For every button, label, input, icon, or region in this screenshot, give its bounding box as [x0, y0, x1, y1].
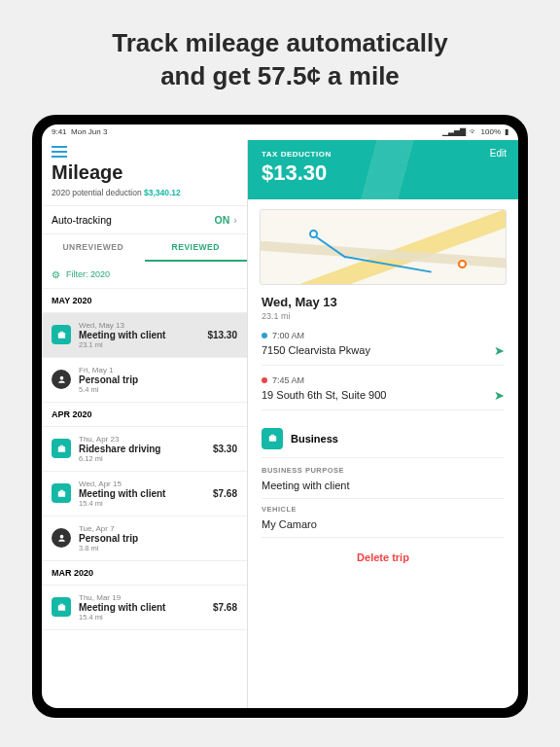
chevron-right-icon: ›	[233, 214, 237, 226]
person-icon	[52, 370, 71, 389]
marketing-headline: Track mileage automatically and get 57.5…	[0, 0, 560, 115]
screen: 9:41 Mon Jun 3 ▁▃▅▇ ᯤ 100% ▮ Mileage 202…	[42, 124, 518, 708]
map-start-icon	[309, 230, 318, 238]
battery-icon: ▮	[505, 127, 508, 136]
menu-button[interactable]	[52, 146, 67, 158]
trip-list-pane: Mileage 2020 potential deduction $3,340.…	[42, 140, 248, 708]
month-header: MAR 2020	[42, 561, 247, 586]
review-tabs: UNREVIEWED REVIEWED	[42, 234, 247, 262]
stop-row: 7:00 AM7150 Clearvista Pkway➤	[262, 331, 505, 366]
stop-dot-icon	[262, 333, 267, 338]
category-row[interactable]: Business	[262, 420, 505, 458]
trip-map[interactable]	[260, 209, 507, 285]
page-title: Mileage	[52, 161, 237, 184]
signal-icon: ▁▃▅▇	[442, 127, 466, 136]
vehicle-label: VEHICLE	[262, 505, 505, 514]
tab-reviewed[interactable]: REVIEWED	[145, 234, 248, 262]
purpose-field[interactable]: Meeting with client	[262, 475, 505, 499]
deduction-amount: $13.30	[262, 160, 505, 186]
briefcase-icon	[52, 439, 71, 458]
stop-dot-icon	[262, 377, 267, 383]
tab-unreviewed[interactable]: UNREVIEWED	[42, 234, 145, 262]
person-icon	[52, 528, 71, 548]
briefcase-icon	[52, 483, 71, 503]
briefcase-icon	[262, 428, 283, 449]
device-frame: 9:41 Mon Jun 3 ▁▃▅▇ ᯤ 100% ▮ Mileage 202…	[32, 115, 528, 718]
briefcase-icon	[52, 597, 71, 617]
potential-deduction: 2020 potential deduction $3,340.12	[42, 188, 247, 205]
wifi-icon: ᯤ	[470, 127, 477, 136]
filter-icon: ⚙	[52, 269, 60, 280]
status-bar: 9:41 Mon Jun 3 ▁▃▅▇ ᯤ 100% ▮	[42, 124, 518, 140]
trip-row[interactable]: Wed, Apr 15Meeting with client15.4 mi$7.…	[42, 472, 247, 516]
vehicle-field[interactable]: My Camaro	[262, 514, 505, 538]
trip-distance: 23.1 mi	[262, 311, 505, 321]
purpose-label: BUSINESS PURPOSE	[262, 466, 505, 475]
stop-row: 7:45 AM19 South 6th St, Suite 900➤	[262, 375, 505, 410]
month-header: APR 2020	[42, 403, 247, 427]
trip-list[interactable]: MAY 2020Wed, May 13Meeting with client23…	[42, 289, 247, 708]
trip-row[interactable]: Wed, May 13Meeting with client23.1 mi$13…	[42, 313, 247, 358]
trip-row[interactable]: Thu, Apr 23Rideshare driving6.12 mi$3.30	[42, 427, 247, 472]
trip-row[interactable]: Thu, Mar 19Meeting with client15.4 mi$7.…	[42, 586, 247, 630]
map-end-icon	[458, 260, 467, 268]
navigate-icon[interactable]: ➤	[494, 343, 505, 358]
month-header: MAY 2020	[42, 289, 247, 313]
filter-row[interactable]: ⚙ Filter: 2020	[42, 262, 247, 289]
trip-row[interactable]: Fri, May 1Personal trip5.4 mi	[42, 358, 247, 403]
trip-date: Wed, May 13	[262, 295, 505, 309]
deduction-header: Edit TAX DEDUCTION $13.30	[248, 140, 518, 199]
trip-detail-pane: Edit TAX DEDUCTION $13.30 Wed, May 13 23…	[248, 140, 518, 708]
delete-trip-button[interactable]: Delete trip	[262, 538, 505, 569]
navigate-icon[interactable]: ➤	[494, 388, 505, 403]
briefcase-icon	[52, 325, 71, 344]
trip-row[interactable]: Tue, Apr 7Personal trip3.8 mi	[42, 516, 247, 561]
auto-tracking-toggle[interactable]: Auto-tracking ON›	[42, 205, 247, 234]
